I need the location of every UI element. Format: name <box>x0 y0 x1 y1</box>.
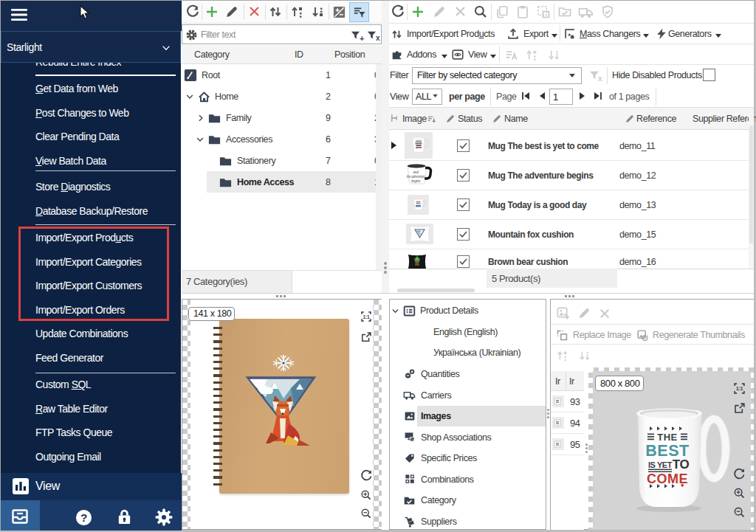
svg-text:THE: THE <box>657 432 678 443</box>
svg-text:TO: TO <box>673 457 690 471</box>
svg-text:IS YET: IS YET <box>648 460 673 469</box>
